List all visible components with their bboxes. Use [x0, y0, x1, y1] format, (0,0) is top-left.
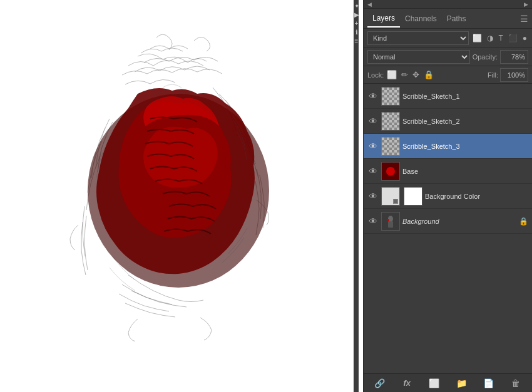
thumb-bgcolor-mask: [404, 187, 422, 206]
right-panel: ◀ ▶ Layers Channels Paths ☰ Kind ⬜ ◑ T ⬛…: [363, 0, 532, 392]
fill-input[interactable]: [500, 68, 528, 82]
layer-name-background: Background: [402, 218, 516, 225]
opacity-label: Opacity:: [473, 53, 498, 61]
add-mask-button[interactable]: ⬜: [427, 376, 441, 390]
panel-collapse-bar: ◀ ▶: [364, 0, 532, 9]
layer-name-scribble2: Scribble_Sketch_2: [402, 118, 460, 125]
lock-label: Lock:: [367, 71, 384, 79]
blend-mode-select[interactable]: Normal: [367, 50, 470, 64]
smart-icon[interactable]: ●: [521, 33, 528, 44]
delete-layer-button[interactable]: 🗑: [509, 376, 523, 390]
new-group-button[interactable]: 📁: [454, 376, 468, 390]
thumb-scribble3: [381, 137, 400, 156]
adjustment-icon[interactable]: ◑: [486, 33, 494, 44]
collapse-right-icon[interactable]: ▶: [524, 1, 528, 8]
kind-select[interactable]: Kind: [367, 31, 469, 45]
tool-icon-2[interactable]: ▶: [354, 11, 359, 18]
panel-bottom-bar: 🔗 fx ⬜ 📁 📄 🗑: [364, 373, 532, 392]
add-style-button[interactable]: fx: [400, 376, 414, 390]
lock-icon-background: 🔒: [519, 217, 528, 226]
layer-row-scribble3[interactable]: 👁 Scribble_Sketch_3: [364, 134, 532, 159]
layer-row-scribble2[interactable]: 👁 Scribble_Sketch_2: [364, 109, 532, 134]
layer-name-scribble3: Scribble_Sketch_3: [402, 143, 460, 150]
lock-all-icon[interactable]: 🔒: [422, 69, 435, 80]
layers-list: 👁 Scribble_Sketch_1 👁 Scribble_Sketch_2 …: [364, 84, 532, 373]
layer-row-bgcolor[interactable]: 👁 Background Color: [364, 184, 532, 209]
tab-layers[interactable]: Layers: [367, 10, 400, 28]
thumb-background: [381, 212, 400, 231]
type-icon[interactable]: T: [497, 33, 504, 44]
lock-draw-icon[interactable]: ✏: [400, 69, 409, 80]
svg-point-5: [387, 219, 389, 221]
opacity-input[interactable]: [500, 50, 528, 64]
eye-icon-scribble2[interactable]: 👁: [367, 116, 379, 127]
artwork: [13, 6, 338, 369]
layer-name-scribble1: Scribble_Sketch_1: [402, 93, 460, 100]
pixel-icon[interactable]: ⬜: [471, 33, 483, 44]
eye-icon-scribble3[interactable]: 👁: [367, 141, 379, 152]
eye-icon-base[interactable]: 👁: [367, 166, 379, 177]
layer-name-bgcolor: Background Color: [425, 193, 480, 200]
tool-icon-3[interactable]: +: [355, 20, 359, 27]
left-side-tools: ✦ ▶ + ℹ ≡: [354, 0, 359, 392]
thumb-scribble1: [381, 87, 400, 106]
collapse-left-icon[interactable]: ◀: [367, 1, 372, 8]
thumb-base: [381, 162, 400, 181]
lock-move-icon[interactable]: ✥: [411, 69, 421, 80]
blend-row: Normal Opacity:: [364, 48, 532, 66]
tool-icon-1[interactable]: ✦: [354, 3, 359, 9]
lock-pixels-icon[interactable]: ⬜: [386, 69, 398, 80]
lock-row: Lock: ⬜ ✏ ✥ 🔒 Fill:: [364, 66, 532, 84]
eye-icon-scribble1[interactable]: 👁: [367, 91, 379, 102]
link-layers-button[interactable]: 🔗: [373, 376, 387, 390]
panel-menu-button[interactable]: ☰: [520, 14, 528, 24]
shape-icon[interactable]: ⬛: [507, 33, 519, 44]
svg-rect-4: [388, 221, 393, 228]
thumb-bgcolor-layer: [381, 187, 400, 206]
eye-icon-bgcolor[interactable]: 👁: [367, 191, 379, 202]
layer-row-background[interactable]: 👁 Background 🔒: [364, 209, 532, 234]
eye-icon-background[interactable]: 👁: [367, 216, 379, 227]
layer-row-scribble1[interactable]: 👁 Scribble_Sketch_1: [364, 84, 532, 109]
fill-label: Fill:: [488, 71, 498, 79]
layer-name-base: Base: [402, 168, 418, 175]
kind-row: Kind ⬜ ◑ T ⬛ ●: [364, 29, 532, 48]
panel-tabs: Layers Channels Paths ☰: [364, 9, 532, 29]
tab-paths[interactable]: Paths: [442, 11, 471, 27]
layer-row-base[interactable]: 👁 Base: [364, 159, 532, 184]
tool-icon-4[interactable]: ℹ: [356, 29, 358, 36]
tab-channels[interactable]: Channels: [400, 11, 442, 27]
thumb-scribble2: [381, 112, 400, 131]
new-layer-button[interactable]: 📄: [482, 376, 496, 390]
tool-icon-5[interactable]: ≡: [355, 38, 359, 44]
